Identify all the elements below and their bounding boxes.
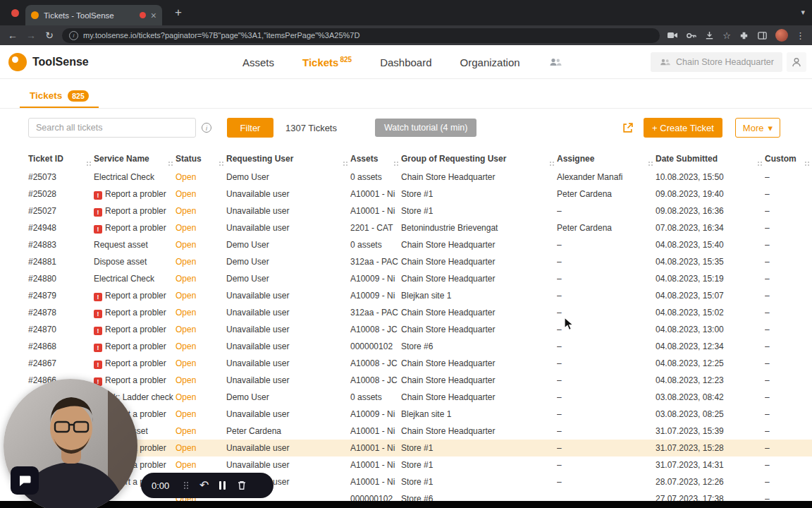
cell-ticket-id: #24880 [20,270,94,287]
side-panel-icon[interactable] [757,30,768,41]
create-ticket-button[interactable]: + Create Ticket [644,118,722,138]
new-tab-button[interactable]: + [170,4,187,21]
filter-button[interactable]: Filter [227,118,273,138]
url-bar[interactable]: i my.toolsense.io/tickets?paginator=%7B"… [62,28,660,43]
cell-status: Open [176,304,226,321]
nav-item-assets[interactable]: Assets [242,56,274,68]
chat-launcher-button[interactable] [11,466,39,495]
ticket-row[interactable]: #24948!Report a problerOpenUnavailable u… [20,219,812,236]
cell-group-of-requesting-user: Store #1 [401,186,557,202]
column-resize-grip[interactable] [168,161,173,167]
nav-item-dashboard[interactable]: Dashboard [380,56,431,68]
brand-name: ToolSense [32,56,89,68]
download-icon[interactable] [704,30,715,41]
column-header-service-name[interactable]: Service Name [94,149,176,169]
favicon-icon [31,11,39,19]
tab-tickets[interactable]: Tickets 825 [20,85,99,108]
column-header-assets[interactable]: Assets [350,149,401,169]
ticket-row[interactable]: #24883Request assetOpenDemo User0 assets… [20,236,812,253]
cell-service-name: !Report a probler [94,186,176,202]
drag-handle-icon[interactable] [183,481,189,490]
cell-group-of-requesting-user: Store #1 [401,456,557,473]
pause-icon[interactable] [219,481,226,490]
browser-profile-avatar[interactable] [775,29,788,42]
cell-status: Open [176,406,226,423]
cell-assignee: – [557,202,656,219]
ticket-row[interactable]: #24866!Report a problerOpenUnavailable u… [20,372,812,389]
cell-assignee: – [557,253,656,270]
cell-custom: – [765,236,812,253]
nav-item-tickets[interactable]: Tickets825 [302,56,352,68]
ticket-row[interactable]: #24880Electrical CheckOpenDemo UserA1000… [20,270,812,287]
cell-date-submitted: 04.08.2023, 15:35 [656,253,765,270]
priority-alert-icon: ! [94,344,102,352]
cell-service-name: !Report a probler [94,219,176,236]
ticket-row[interactable]: !Report a problerOpenUnavailable userA10… [20,473,812,490]
ticket-row[interactable]: #24867!Report a problerOpenUnavailable u… [20,355,812,372]
key-icon[interactable] [686,30,696,41]
column-resize-grip[interactable] [219,161,224,167]
more-button[interactable]: More▾ [735,118,780,138]
column-header-date-submitted[interactable]: Date Submitted [656,149,765,169]
cell-requesting-user: Unavailable user [226,338,350,355]
browser-menu-icon[interactable]: ⋮ [796,30,805,41]
column-resize-grip[interactable] [757,161,763,167]
restart-undo-icon[interactable]: ↶ [199,480,209,491]
column-header-status[interactable]: Status [176,149,226,169]
ticket-row[interactable]: #25028!Report a problerOpenUnavailable u… [20,186,812,202]
column-header-requesting-user[interactable]: Requesting User [226,149,350,169]
delete-trash-icon[interactable] [236,480,247,491]
column-resize-grip[interactable] [804,161,810,167]
extensions-puzzle-icon[interactable] [739,30,749,41]
reload-icon[interactable]: ↻ [44,30,55,41]
column-resize-grip[interactable] [549,161,555,167]
column-resize-grip[interactable] [343,161,348,167]
cell-assignee: Peter Cardena [557,219,656,236]
ticket-row[interactable]: Check: Ladder checkOpenDemo User0 assets… [20,389,812,406]
nav-item-organization[interactable]: Organization [460,56,520,68]
column-header-custom[interactable]: Custom [765,149,812,169]
user-account-button[interactable] [787,52,806,72]
column-resize-grip[interactable] [86,161,92,167]
organization-selector[interactable]: Chain Store Headquarter [651,52,782,72]
bookmark-star-icon[interactable]: ☆ [722,30,731,41]
cell-status: Open [176,202,226,219]
cell-custom: – [765,338,812,355]
ticket-row[interactable]: !Report a problerOpenUnavailable userA10… [20,456,812,473]
app-header: ToolSense Assets Tickets825 Dashboard Or… [0,45,812,79]
column-header-assignee[interactable]: Assignee [557,149,656,169]
ticket-row[interactable]: #25027!Report a problerOpenUnavailable u… [20,202,812,219]
tab-close-icon[interactable]: × [151,11,156,20]
cell-requesting-user: Unavailable user [226,304,350,321]
column-resize-grip[interactable] [648,161,653,167]
column-resize-grip[interactable] [393,161,399,167]
external-link-icon[interactable] [622,122,634,134]
ticket-row[interactable]: #24879!Report a problerOpenUnavailable u… [20,287,812,304]
site-info-icon[interactable]: i [69,31,78,40]
ticket-row[interactable]: !Report a problerOpenUnavailable userA10… [20,440,812,456]
column-header-ticket-id[interactable]: Ticket ID [20,149,94,169]
tab-search-chevron-icon[interactable]: ▾ [801,8,805,17]
ticket-row[interactable]: #24881Dispose assetOpenDemo User312aa - … [20,253,812,270]
back-icon[interactable]: ← [7,30,18,41]
ticket-row[interactable]: Request assetOpenPeter CardenaA10001 - N… [20,423,812,440]
cell-assets: A10001 - Ni [350,473,401,490]
ticket-row[interactable]: !Report a problerOpenUnavailable userA10… [20,406,812,423]
camera-icon[interactable] [667,30,678,41]
ticket-row[interactable]: #25073Electrical CheckOpenDemo User0 ass… [20,169,812,186]
community-people-icon[interactable] [548,57,562,67]
browser-tab[interactable]: Tickets - ToolSense × [25,5,162,25]
search-info-icon[interactable]: i [202,123,211,133]
ticket-row[interactable]: #24870!Report a problerOpenUnavailable u… [20,321,812,338]
forward-icon[interactable]: → [25,30,37,41]
brand[interactable]: ToolSense [8,53,89,71]
cell-assets: A10001 - Ni [350,456,401,473]
cell-assets: 0 assets [350,236,401,253]
cell-date-submitted: 04.08.2023, 12:34 [656,338,765,355]
ticket-row[interactable]: #24868!Report a problerOpenUnavailable u… [20,338,812,355]
column-header-group-of-requesting-user[interactable]: Group of Requesting User [401,149,557,169]
cell-date-submitted: 28.07.2023, 12:26 [656,473,765,490]
search-input[interactable] [28,118,196,138]
ticket-row[interactable]: #24878!Report a problerOpenUnavailable u… [20,304,812,321]
watch-tutorial-button[interactable]: Watch tutorial (4 min) [375,119,476,137]
